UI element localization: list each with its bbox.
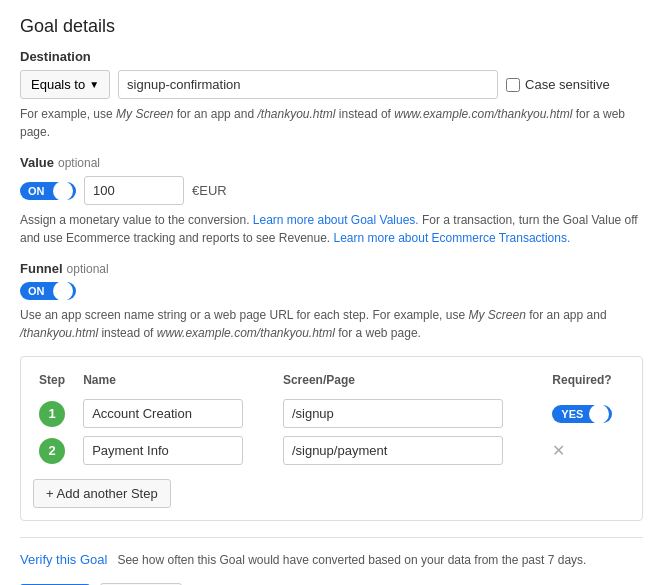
funnel-step-name-input[interactable] <box>83 399 243 428</box>
funnel-step-page-input[interactable] <box>283 436 503 465</box>
value-section-label: Valueoptional <box>20 155 643 170</box>
verify-section: Verify this Goal See how often this Goal… <box>20 537 643 567</box>
toggle-knob <box>589 404 609 424</box>
funnel-section-label: Funneloptional <box>20 261 643 276</box>
col-name: Name <box>77 369 277 395</box>
add-step-button[interactable]: + Add another Step <box>33 479 171 508</box>
funnel-table-container: Step Name Screen/Page Required? 1YES2✕ +… <box>20 356 643 521</box>
funnel-hint: Use an app screen name string or a web p… <box>20 306 643 342</box>
remove-step-icon[interactable]: ✕ <box>552 442 565 459</box>
destination-label: Destination <box>20 49 643 64</box>
funnel-step-name-input[interactable] <box>83 436 243 465</box>
goal-values-link[interactable]: Learn more about Goal Values. <box>253 213 419 227</box>
currency-label: €EUR <box>192 183 227 198</box>
table-row: 2✕ <box>33 432 630 469</box>
value-optional: optional <box>58 156 100 170</box>
funnel-toggle-label: ON <box>28 285 45 297</box>
verify-goal-link[interactable]: Verify this Goal <box>20 552 107 567</box>
equals-to-dropdown[interactable]: Equals to ▼ <box>20 70 110 99</box>
value-amount-input[interactable] <box>84 176 184 205</box>
destination-hint: For example, use My Screen for an app an… <box>20 105 643 141</box>
dropdown-label: Equals to <box>31 77 85 92</box>
required-toggle[interactable]: YES <box>552 405 612 423</box>
value-toggle[interactable]: ON <box>20 182 76 200</box>
ecommerce-link[interactable]: Learn more about Ecommerce Transactions. <box>334 231 571 245</box>
value-hint: Assign a monetary value to the conversio… <box>20 211 643 247</box>
case-sensitive-checkbox[interactable] <box>506 78 520 92</box>
case-sensitive-label: Case sensitive <box>525 77 610 92</box>
col-required: Required? <box>546 369 630 395</box>
table-row: 1YES <box>33 395 630 432</box>
funnel-toggle[interactable]: ON <box>20 282 76 300</box>
funnel-table: Step Name Screen/Page Required? 1YES2✕ <box>33 369 630 469</box>
verify-description: See how often this Goal would have conve… <box>117 553 586 567</box>
funnel-toggle-knob <box>53 281 73 301</box>
funnel-optional: optional <box>67 262 109 276</box>
page-title: Goal details <box>20 16 643 37</box>
col-page: Screen/Page <box>277 369 546 395</box>
step-number: 2 <box>39 438 65 464</box>
yes-label: YES <box>561 408 583 420</box>
funnel-step-page-input[interactable] <box>283 399 503 428</box>
destination-input[interactable] <box>118 70 498 99</box>
col-step: Step <box>33 369 77 395</box>
value-toggle-label: ON <box>28 185 45 197</box>
dropdown-arrow-icon: ▼ <box>89 79 99 90</box>
value-toggle-knob <box>53 181 73 201</box>
step-number: 1 <box>39 401 65 427</box>
